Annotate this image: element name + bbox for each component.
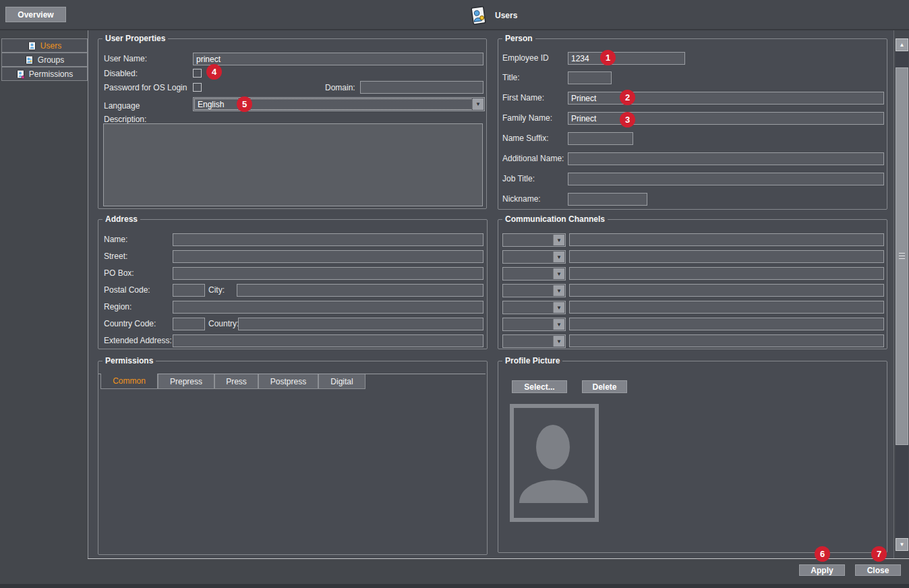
chevron-down-icon[interactable]: ▼	[553, 302, 564, 313]
comm-type-select[interactable]: ▼	[502, 334, 566, 348]
employee-id-input[interactable]	[568, 52, 685, 65]
first-name-input[interactable]	[568, 92, 884, 105]
annotation-badge-4: 4	[206, 64, 222, 80]
comm-value-input[interactable]	[569, 250, 884, 263]
group-title: Communication Channels	[502, 214, 608, 224]
annotation-badge-6: 6	[815, 546, 830, 562]
tab-postpress[interactable]: Postpress	[258, 374, 318, 389]
person-group: Person Employee ID Title: First Name: Fa…	[498, 38, 887, 210]
chevron-down-icon[interactable]: ▼	[553, 285, 564, 296]
chevron-down-icon[interactable]: ▼	[553, 252, 564, 262]
city-input[interactable]	[237, 284, 483, 297]
country-code-input[interactable]	[173, 318, 205, 330]
annotation-badge-2: 2	[620, 90, 635, 105]
profile-picture-group: Profile Picture Select... Delete	[498, 361, 887, 553]
tab-common[interactable]: Common	[100, 374, 158, 389]
address-name-input[interactable]	[173, 233, 483, 246]
address-name-label: Name:	[104, 233, 127, 246]
close-button[interactable]: Close	[855, 564, 901, 576]
postal-code-input[interactable]	[173, 284, 205, 297]
country-code-label: Country Code:	[104, 318, 156, 330]
vertical-scrollbar: ▲ ▼	[893, 30, 909, 558]
disabled-checkbox[interactable]	[193, 69, 202, 78]
tab-prepress[interactable]: Prepress	[158, 374, 214, 389]
comm-value-input[interactable]	[569, 284, 884, 297]
additional-name-input[interactable]	[568, 152, 884, 165]
region-label: Region:	[104, 301, 131, 314]
region-input[interactable]	[173, 301, 483, 314]
family-name-input[interactable]	[568, 112, 884, 125]
chevron-down-icon[interactable]: ▼	[553, 268, 564, 279]
additional-name-label: Additional Name:	[502, 152, 564, 165]
po-box-input[interactable]	[173, 267, 483, 280]
chevron-down-icon[interactable]: ▼	[553, 235, 564, 245]
name-suffix-input[interactable]	[568, 132, 633, 145]
bottom-strip	[0, 584, 909, 588]
comm-value-input[interactable]	[569, 301, 884, 314]
language-value: English	[198, 98, 224, 111]
comm-type-select[interactable]: ▼	[502, 233, 566, 247]
group-title: User Properties	[102, 34, 168, 43]
title-input[interactable]	[568, 71, 612, 84]
user-name-input[interactable]	[193, 53, 483, 65]
grip-icon	[899, 256, 905, 256]
disabled-label: Disabled:	[104, 67, 138, 80]
sidebar-item-users[interactable]: Users	[1, 38, 88, 53]
scroll-up-button[interactable]: ▲	[896, 38, 908, 51]
permissions-page-icon	[16, 69, 25, 79]
annotation-badge-1: 1	[600, 50, 616, 65]
comm-value-input[interactable]	[569, 334, 884, 347]
job-title-label: Job Title:	[502, 173, 535, 185]
tab-label: Digital	[330, 377, 353, 386]
grip-icon	[899, 258, 905, 259]
tab-label: Common	[113, 376, 146, 386]
chevron-down-icon[interactable]: ▼	[472, 98, 483, 110]
annotation-badge-3: 3	[620, 112, 635, 127]
select-picture-button[interactable]: Select...	[512, 380, 567, 393]
scrollbar-thumb[interactable]	[896, 67, 908, 445]
street-input[interactable]	[173, 250, 483, 263]
sidebar-item-label: Users	[40, 41, 61, 51]
tab-label: Prepress	[170, 377, 202, 386]
country-input[interactable]	[238, 318, 483, 330]
comm-type-select[interactable]: ▼	[502, 267, 566, 281]
person-silhouette-icon	[514, 408, 595, 518]
group-title: Person	[502, 34, 535, 43]
tab-press[interactable]: Press	[214, 374, 258, 389]
extended-address-label: Extended Address:	[104, 334, 172, 347]
nickname-label: Nickname:	[502, 193, 541, 206]
chevron-down-icon[interactable]: ▼	[553, 319, 564, 330]
comm-value-input[interactable]	[569, 267, 884, 280]
tab-digital[interactable]: Digital	[318, 374, 365, 389]
sidebar-item-groups[interactable]: Groups	[1, 53, 88, 67]
comm-type-select[interactable]: ▼	[502, 301, 566, 314]
nickname-input[interactable]	[568, 193, 647, 206]
comm-type-select[interactable]: ▼	[502, 318, 566, 331]
description-textarea[interactable]	[103, 123, 483, 206]
street-label: Street:	[104, 250, 127, 263]
sidebar-item-permissions[interactable]: Permissions	[1, 67, 88, 81]
overview-button[interactable]: Overview	[5, 7, 66, 22]
name-suffix-label: Name Suffix:	[502, 132, 548, 145]
password-os-checkbox[interactable]	[193, 83, 202, 92]
sidebar-item-label: Permissions	[29, 69, 73, 79]
apply-button[interactable]: Apply	[799, 564, 845, 576]
password-os-label: Password for OS Login	[104, 82, 187, 94]
footer-separator	[88, 558, 909, 559]
user-page-icon	[28, 41, 36, 51]
comm-type-select[interactable]: ▼	[502, 284, 566, 297]
top-bar: Overview Users	[0, 0, 909, 30]
extended-address-input[interactable]	[173, 334, 483, 347]
page-title: Users	[495, 11, 517, 20]
chevron-down-icon[interactable]: ▼	[553, 336, 564, 347]
domain-input[interactable]	[360, 81, 483, 94]
comm-value-input[interactable]	[569, 318, 884, 330]
comm-value-input[interactable]	[569, 233, 884, 246]
scroll-down-button[interactable]: ▼	[896, 538, 908, 551]
delete-picture-button[interactable]: Delete	[582, 380, 627, 393]
group-page-icon	[25, 55, 34, 65]
comm-type-select[interactable]: ▼	[502, 250, 566, 264]
job-title-input[interactable]	[568, 173, 884, 185]
country-label: Country:	[208, 318, 239, 330]
postal-code-label: Postal Code:	[104, 284, 150, 297]
